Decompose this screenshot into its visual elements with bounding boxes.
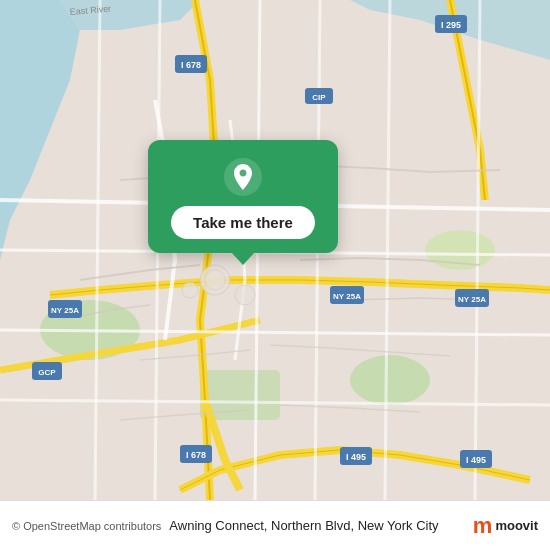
take-me-there-button[interactable]: Take me there [171,206,315,239]
svg-text:NY 25A: NY 25A [458,295,486,304]
svg-point-31 [182,282,198,298]
svg-text:I 678: I 678 [186,450,206,460]
moovit-logo: m moovit [473,515,538,537]
osm-attribution: © OpenStreetMap contributors [12,520,161,532]
svg-point-29 [205,270,225,290]
svg-point-2 [350,355,430,405]
moovit-logo-icon: m [473,515,493,537]
svg-text:NY 25A: NY 25A [51,306,79,315]
svg-text:I 678: I 678 [181,60,201,70]
location-label: Awning Connect, Northern Blvd, New York … [169,518,464,533]
svg-text:CIP: CIP [312,93,326,102]
location-tooltip[interactable]: Take me there [148,140,338,253]
svg-text:I 495: I 495 [466,455,486,465]
svg-text:I 295: I 295 [441,20,461,30]
svg-text:I 495: I 495 [346,452,366,462]
location-pin-icon [224,158,262,196]
svg-text:GCP: GCP [38,368,56,377]
moovit-brand-text: moovit [495,518,538,533]
svg-point-30 [235,285,255,305]
map-view: I 678 I 678 I 678 I 295 NY 25A NY 25A NY… [0,0,550,500]
footer-bar: © OpenStreetMap contributors Awning Conn… [0,500,550,550]
svg-text:NY 25A: NY 25A [333,292,361,301]
